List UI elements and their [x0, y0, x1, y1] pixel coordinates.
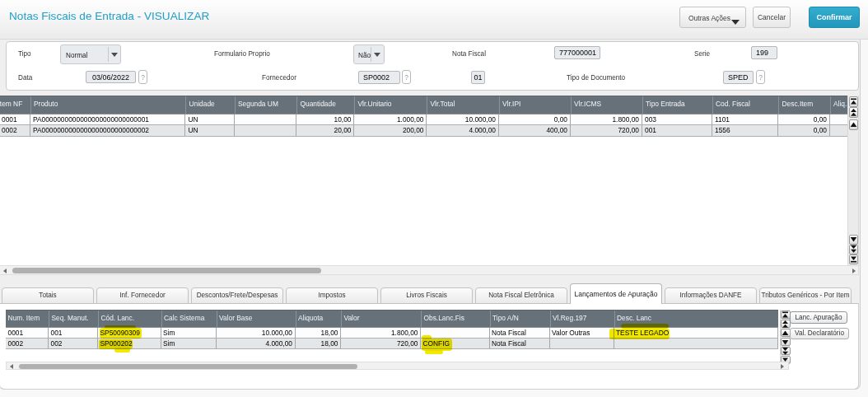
tipo-documento-lookup-button[interactable]: ?	[756, 70, 765, 84]
column-header[interactable]: Desc. Lanc	[614, 311, 778, 328]
tab-livros-fiscais[interactable]: Livros Fiscais	[380, 287, 473, 304]
column-header[interactable]: Vlr.Total	[427, 96, 499, 114]
formulario-proprio-label: Formulario Proprio	[214, 50, 270, 58]
serie-input[interactable]: 199	[751, 46, 777, 59]
table-row[interactable]: 0002002SP000202Sim4.000,0018,00720,00CON…	[6, 339, 778, 349]
cell: 001	[49, 328, 98, 339]
data-lookup-button[interactable]: ?	[138, 70, 147, 84]
column-header[interactable]: Aliq. I	[830, 96, 848, 114]
cell: Nota Fiscal	[490, 328, 550, 339]
cell: 1556	[712, 125, 779, 137]
lanc-apuracao-button[interactable]: Lanc. Apuração	[790, 311, 847, 325]
data-input[interactable]: 03/06/2022	[86, 71, 136, 83]
column-header[interactable]: Vlr.IPI	[499, 96, 571, 114]
cell	[235, 125, 297, 137]
column-header[interactable]: Quantidade	[296, 96, 354, 114]
column-header[interactable]: Unidade	[185, 96, 235, 114]
val-declaratorio-button[interactable]: Val. Declaratório	[790, 328, 849, 340]
column-header[interactable]: Calc Sistema	[161, 311, 217, 328]
outras-acoes-button[interactable]: Outras Ações	[679, 7, 746, 28]
tipo-documento-label: Tipo de Documento	[567, 74, 625, 82]
apuracao-grid-hscroll-thumb[interactable]	[19, 364, 357, 369]
apuracao-grid-vscroll	[780, 310, 791, 362]
scroll-right-icon[interactable]	[852, 269, 856, 273]
cell: 10.000,00	[217, 328, 296, 339]
cell: 18,00	[296, 339, 342, 349]
column-header[interactable]: Produto	[30, 96, 186, 114]
cell	[830, 125, 848, 137]
cell: 1101	[712, 114, 779, 126]
scroll-dblup-button[interactable]	[849, 107, 859, 118]
fornecedor-input[interactable]: SP0002	[358, 71, 400, 84]
cell: 4.000,00	[217, 339, 296, 349]
column-header[interactable]: Num. Item	[6, 311, 49, 328]
cell: 0,00	[778, 125, 830, 137]
column-header[interactable]: Desc.Item	[778, 96, 830, 114]
nota-fiscal-label: Nota Fiscal	[452, 50, 486, 58]
table-row[interactable]: 0002PA0000000000000000000000000002UN20,0…	[0, 125, 847, 137]
items-grid-hscrollbar[interactable]	[0, 265, 859, 275]
scroll-bot-button[interactable]	[849, 255, 859, 264]
table-row[interactable]: 0001001SP50090309Sim10.000,0018,001.800,…	[6, 328, 778, 339]
cell: SP50090309	[98, 328, 161, 339]
scroll-left-icon[interactable]	[3, 269, 7, 273]
scroll-up-button[interactable]	[849, 119, 859, 130]
column-header[interactable]: Obs.Lanc.Fis	[421, 311, 490, 328]
cell: 0001	[6, 328, 49, 339]
items-grid-hscroll-thumb[interactable]	[12, 268, 321, 273]
column-header[interactable]: Tipo Entrada	[642, 96, 712, 114]
tab-nota-fiscal-eletr-nica[interactable]: Nota Fiscal Eletrônica	[475, 287, 567, 304]
scroll-dblup-button[interactable]	[781, 320, 791, 328]
scroll-left-icon[interactable]	[10, 364, 13, 369]
nota-fiscal-input[interactable]: 777000001	[554, 46, 600, 59]
tab-impostos[interactable]: Impostos	[286, 287, 378, 304]
cell: UN	[185, 114, 235, 126]
column-header[interactable]: Cód. Lanc.	[98, 311, 161, 328]
column-header[interactable]: Seq. Manut.	[49, 311, 98, 328]
serie-label: Serie	[694, 50, 710, 58]
cell: 720,00	[571, 125, 642, 137]
loja-input[interactable]: 01	[471, 71, 485, 84]
column-header[interactable]: Segunda UM	[235, 96, 297, 114]
cancelar-button[interactable]: Cancelar	[753, 7, 791, 28]
scroll-top-button[interactable]	[849, 96, 859, 107]
tipo-combo[interactable]: Normal	[60, 44, 121, 64]
scroll-down-button[interactable]	[849, 235, 859, 245]
cell: 10,00	[296, 114, 354, 126]
tipo-combo-value: Normal	[66, 52, 87, 59]
column-header[interactable]: Valor	[341, 311, 421, 328]
column-header[interactable]: Item NF	[0, 96, 30, 114]
column-header[interactable]: Tipo A/N	[490, 311, 550, 328]
scroll-top-button[interactable]	[781, 311, 791, 319]
column-header[interactable]: Vlr.ICMS	[571, 96, 642, 114]
cell	[830, 114, 848, 126]
chevron-down-icon	[731, 20, 740, 25]
formulario-proprio-combo[interactable]: Não	[353, 44, 385, 64]
cell: 003	[642, 114, 712, 126]
tipo-documento-input[interactable]: SPED	[723, 71, 754, 84]
confirmar-button[interactable]: Confirmar	[809, 7, 860, 28]
scroll-up-button[interactable]	[781, 329, 791, 337]
table-row[interactable]: 0001PA0000000000000000000000000001UN10,0…	[0, 114, 847, 126]
scroll-dbldn-button[interactable]	[781, 347, 791, 355]
apuracao-grid: Num. ItemSeq. Manut.Cód. Lanc.Calc Siste…	[6, 310, 778, 350]
tab-lan-amentos-de-apura-o[interactable]: Lançamentos de Apuração	[570, 283, 662, 304]
tipo-label: Tipo	[18, 50, 31, 58]
column-header[interactable]: Cod. Fiscal	[712, 96, 779, 114]
tab-descontos-frete-despesas[interactable]: Descontos/Frete/Despesas	[191, 287, 283, 304]
scroll-down-button[interactable]	[781, 338, 791, 346]
combo-divider	[108, 47, 109, 62]
column-header[interactable]: Vlr.Unitario	[354, 96, 427, 114]
items-grid-vscroll	[847, 96, 859, 266]
column-header[interactable]: Vl.Reg.197	[550, 311, 614, 328]
tab-informa-es-danfe[interactable]: Informações DANFE	[665, 287, 757, 304]
scroll-dbldn-button[interactable]	[849, 245, 859, 255]
scroll-right-icon[interactable]	[781, 364, 784, 369]
tab-tributos-gen-ricos-por-item[interactable]: Tributos Genéricos - Por Item	[759, 287, 852, 304]
column-header[interactable]: Valor Base	[217, 311, 296, 328]
fornecedor-lookup-button[interactable]: ?	[402, 70, 411, 84]
tab-inf-fornecedor[interactable]: Inf. Fornecedor	[96, 287, 189, 304]
apuracao-grid-hscrollbar[interactable]	[6, 362, 789, 371]
column-header[interactable]: Aliquota	[296, 311, 342, 328]
tab-totais[interactable]: Totais	[2, 287, 94, 304]
